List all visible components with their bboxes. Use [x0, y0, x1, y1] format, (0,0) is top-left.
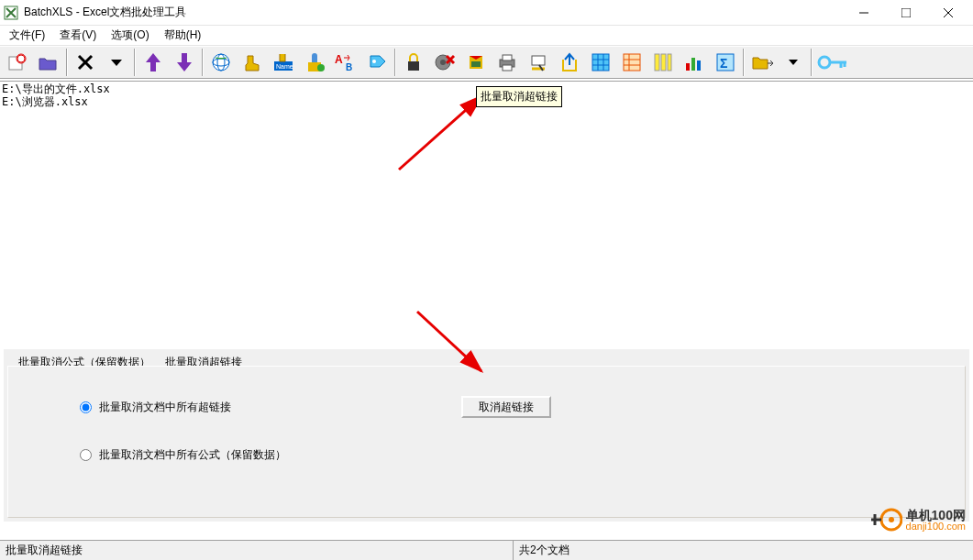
- minimize-button[interactable]: [843, 0, 885, 26]
- cancel-hyperlink-button[interactable]: 取消超链接: [461, 396, 551, 418]
- svg-rect-40: [655, 54, 659, 71]
- svg-rect-45: [697, 60, 701, 71]
- chart-icon[interactable]: [679, 48, 710, 77]
- toolbar-separator: [66, 49, 68, 76]
- toolbar: Name AB Σ: [0, 46, 973, 79]
- replace-text-icon[interactable]: AB: [330, 48, 361, 77]
- statusbar: 批量取消超链接 共2个文档: [0, 540, 973, 560]
- columns-icon[interactable]: [647, 48, 679, 77]
- lock-icon[interactable]: [398, 48, 429, 77]
- dropdown-small-icon[interactable]: [778, 48, 809, 77]
- options-panel: 批量取消公式（保留数据） 批量取消超链接 批量取消文档中所有超链接 批量取消文档…: [3, 348, 970, 522]
- radio-label: 批量取消文档中所有公式（保留数据）: [99, 447, 286, 463]
- svg-text:Σ: Σ: [720, 56, 727, 71]
- tag-icon[interactable]: [361, 48, 393, 77]
- grid-blue-icon[interactable]: [585, 48, 616, 77]
- svg-rect-42: [668, 54, 671, 71]
- toolbar-separator: [394, 49, 396, 76]
- tooltip: 批量取消超链接: [476, 86, 562, 107]
- up-arrow-icon[interactable]: [138, 48, 169, 77]
- format-icon[interactable]: [523, 48, 554, 77]
- boot-icon[interactable]: [237, 48, 268, 77]
- sigma-icon[interactable]: Σ: [710, 48, 741, 77]
- menu-file[interactable]: 文件(F): [2, 26, 52, 45]
- window-title: BatchXLS - Excel文档批处理工具: [24, 5, 843, 20]
- status-left: 批量取消超链接: [0, 541, 514, 560]
- toolbar-separator: [743, 49, 745, 76]
- menu-options[interactable]: 选项(O): [104, 26, 156, 45]
- svg-text:A: A: [335, 53, 343, 66]
- svg-text:B: B: [346, 62, 352, 72]
- svg-point-48: [819, 57, 830, 68]
- watermark-text1: 单机100网: [906, 509, 966, 522]
- folder-options-icon[interactable]: [746, 48, 778, 77]
- close-button[interactable]: [927, 0, 969, 26]
- radio-input[interactable]: [80, 449, 92, 461]
- svg-point-55: [889, 517, 894, 522]
- svg-rect-26: [471, 61, 481, 67]
- svg-rect-31: [592, 54, 609, 71]
- svg-point-17: [317, 64, 325, 71]
- svg-point-10: [213, 54, 229, 71]
- svg-rect-2: [901, 8, 911, 17]
- toolbar-separator: [811, 49, 813, 76]
- svg-rect-44: [691, 58, 695, 71]
- svg-rect-36: [624, 54, 640, 71]
- menu-help[interactable]: 帮助(H): [157, 26, 209, 45]
- toolbar-separator: [134, 49, 136, 76]
- watermark-text2: danji100.com: [906, 522, 966, 532]
- status-right: 共2个文档: [514, 543, 973, 558]
- watermark-logo-icon: [869, 503, 902, 536]
- printer-icon[interactable]: [492, 48, 523, 77]
- menu-view[interactable]: 查看(V): [52, 26, 104, 45]
- attach-icon[interactable]: [299, 48, 330, 77]
- window-controls: [843, 0, 969, 26]
- down-arrow-icon[interactable]: [169, 48, 200, 77]
- menubar: 文件(F) 查看(V) 选项(O) 帮助(H): [0, 26, 973, 46]
- svg-rect-30: [532, 56, 545, 65]
- add-files-icon[interactable]: [2, 48, 33, 77]
- book-icon[interactable]: [460, 48, 492, 77]
- svg-rect-29: [503, 65, 512, 71]
- file-list[interactable]: E:\导出的文件.xlsx E:\浏览器.xlsx: [0, 81, 973, 347]
- key-icon[interactable]: [814, 48, 851, 77]
- name-tag-icon[interactable]: Name: [268, 48, 299, 77]
- svg-rect-21: [408, 61, 419, 71]
- add-folder-icon[interactable]: [33, 48, 64, 77]
- svg-rect-43: [686, 63, 690, 71]
- cancel-hyperlink-icon[interactable]: [429, 48, 460, 77]
- radio-label: 批量取消文档中所有超链接: [99, 400, 231, 415]
- svg-point-23: [440, 60, 446, 65]
- maximize-button[interactable]: [885, 0, 927, 26]
- radio-input[interactable]: [80, 401, 92, 413]
- watermark: 单机100网 danji100.com: [869, 503, 966, 536]
- titlebar: BatchXLS - Excel文档批处理工具: [0, 0, 973, 26]
- dropdown-icon[interactable]: [101, 48, 132, 77]
- toolbar-separator: [202, 49, 204, 76]
- app-icon: [4, 5, 18, 20]
- export-icon[interactable]: [554, 48, 585, 77]
- globe-icon[interactable]: [205, 48, 237, 77]
- svg-point-20: [372, 60, 376, 63]
- radio-cancel-hyperlinks[interactable]: 批量取消文档中所有超链接: [80, 400, 231, 415]
- delete-icon[interactable]: [70, 48, 101, 77]
- svg-text:Name: Name: [276, 63, 293, 70]
- tab-content: 批量取消文档中所有超链接 批量取消文档中所有公式（保留数据） 取消超链接: [7, 366, 966, 518]
- svg-rect-28: [503, 55, 512, 60]
- grid-orange-icon[interactable]: [616, 48, 647, 77]
- svg-rect-41: [661, 54, 666, 71]
- radio-cancel-formulas[interactable]: 批量取消文档中所有公式（保留数据）: [80, 447, 286, 463]
